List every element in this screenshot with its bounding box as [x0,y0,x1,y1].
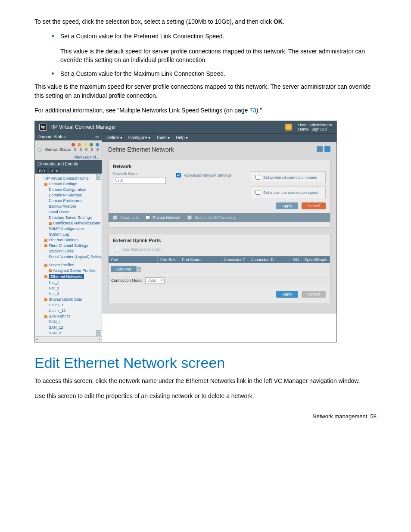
domain-status-body: ◯ Domain Status 0 0 0 0 0 [35,140,102,154]
alert-icon[interactable] [285,124,292,131]
th-port: Port [109,256,158,263]
nav-serial[interactable]: Serial Number (Logical) Settings [39,254,100,259]
nav-shared-uplink[interactable]: Shared Uplink Sets [39,296,100,302]
nav-uplink-11[interactable]: Uplink_11 [39,308,100,313]
nav-server-profiles[interactable]: Server Profiles [39,262,100,268]
network-panel: Network Network Name Advanced Network Se… [108,160,330,228]
uplink-panel: External Uplink Ports Use Shared Uplink … [108,234,330,303]
pref-speed-label: Set preferred connection speed [263,175,318,180]
nav-net-3[interactable]: Net_3 [39,291,100,296]
content-panel: Define Ethernet Network Network Network … [102,142,336,314]
nav-net-2[interactable]: Net_2 [39,285,100,291]
bullet-list-2: Set a Custom value for the Maximum Link … [52,69,377,78]
scroll-up-icon[interactable]: ▴ [96,174,101,180]
hp-logo-icon: hp [39,124,47,131]
status-minor-icon [84,143,87,146]
nav-san-1[interactable]: SAN_1 [39,319,100,324]
nav-ethernet-networks[interactable]: Ethernet Networks [39,273,100,280]
nav-directory[interactable]: Directory Server Settings [39,215,100,220]
user-info: User : Administrator Home | Sign Out [298,123,332,131]
addl-prefix: For additional information, see "Multipl… [34,107,249,114]
adv-settings-check[interactable]: Advanced Network Settings [174,171,242,179]
left-navigation: Domain Status ▭ ◯ Domain Status 0 0 0 [35,133,102,342]
nav-domain-config[interactable]: Domain Configuration [39,187,100,192]
content-title: Define Ethernet Network [108,146,174,153]
add-port-button[interactable]: Add Port [111,266,137,272]
tab-elements-icon[interactable]: ◧◨ [37,168,47,173]
nav-san-12[interactable]: SAN_12 [39,324,100,330]
addl-suffix: )." [256,107,262,114]
nav-domain-enclosures[interactable]: Domain Enclosures [39,198,100,203]
nav-domain-ip[interactable]: Domain IP Address [39,192,100,198]
max-speed-label: Set maximum connection speed [263,190,318,195]
footer-label: Network management [312,413,367,420]
tab-events-icon[interactable]: ◧◨ [50,168,59,173]
th-portstatus: Port Status [179,256,221,263]
post-text: This value is the maximum speed for serv… [34,82,377,100]
count-3: 0 [91,147,93,152]
private-net-checkbox[interactable] [146,215,150,220]
private-net-label: Private Network [153,215,181,220]
period: . [283,18,284,25]
nav-fibre-channel[interactable]: Fibre Channel Settings [39,243,100,248]
conn-mode-select[interactable]: Auto [145,277,165,283]
menu-configure[interactable]: Configure ▾ [128,135,150,140]
scroll-down-icon[interactable]: ▾ [96,330,101,336]
nav-certificates[interactable]: Certificates/Authentications [39,220,100,226]
nav-backup-restore[interactable]: Backup/Restore [39,203,100,209]
view-legend-link[interactable]: View Legend... [35,154,102,160]
nav-ethernet-settings[interactable]: Ethernet Settings [39,237,100,243]
th-connector: Connector T [221,256,248,263]
footer-page-number: 58 [371,413,377,420]
additional-info: For additional information, see "Multipl… [34,106,377,115]
use-shared-checkbox [115,247,119,252]
domain-status-header: Domain Status ▭ [35,133,102,140]
max-speed-checkbox[interactable] [255,190,260,195]
page-link[interactable]: 73 [249,107,256,114]
intro-text: To set the speed, click the selection bo… [34,18,274,25]
pref-speed-checkbox[interactable] [255,175,260,180]
cancel-button-2[interactable]: Cancel [302,291,326,298]
nav-ethernet-networks-label: Ethernet Networks [49,274,84,279]
nav-domain-settings[interactable]: Domain Settings [39,181,100,187]
apply-button-1[interactable]: Apply [276,202,298,209]
nav-assigned-profiles[interactable]: Assigned Server Profiles [39,268,100,273]
nav-san-a[interactable]: SAN_A [39,330,100,336]
connection-mode-row: Connection Mode: Auto [109,276,330,285]
nav-home[interactable]: HP Virtual Connect Home [39,175,100,181]
bullet-1-subtext: This value is the default speed for serv… [60,47,377,65]
nav-tree[interactable]: ▴ HP Virtual Connect Home Domain Setting… [35,174,102,336]
cancel-button-1[interactable]: Cancel [302,202,326,209]
smartlink-checkbox [113,215,117,220]
elements-title: Elements and Events [37,162,78,166]
nav-snmp[interactable]: SNMP Configuration [39,226,100,231]
home-signout-links[interactable]: Home | Sign Out [298,127,327,131]
adv-settings-checkbox[interactable] [176,173,181,177]
count-0: 0 [74,147,76,152]
nav-net-1[interactable]: Net_1 [39,280,100,285]
apply-button-2[interactable]: Apply [276,291,298,298]
print-icon[interactable] [317,146,323,152]
status-ok-icon [90,143,93,146]
add-port-dropdown-icon[interactable]: ▾ [136,267,141,272]
nav-hscroll[interactable]: ◂▸ [35,336,102,342]
use-shared-label: Use Shared Uplink Set [122,247,162,252]
elements-events-header: Elements and Events [35,160,102,168]
nav-uplink-1[interactable]: Uplink_1 [39,302,100,308]
nav-syslog[interactable]: System Log [39,231,100,237]
collapse-icon[interactable]: ▭ [95,134,99,139]
menu-tools[interactable]: Tools ▾ [156,135,170,140]
nav-local-users[interactable]: Local Users [39,209,100,215]
network-name-input[interactable] [113,177,166,184]
nav-san-fabrics[interactable]: SAN Fabrics [39,313,100,319]
help-icon[interactable] [324,146,330,152]
section-heading: Edit Ethernet Network screen [34,355,377,371]
domain-ok-icon: ◯ [37,147,42,152]
count-4: 0 [97,147,99,152]
menu-help[interactable]: Help ▾ [176,135,188,140]
bullet-list: Set a Custom value for the Preferred Lin… [52,32,377,40]
th-speed: Speed/Duple [302,256,330,263]
menu-define[interactable]: Define ▾ [106,135,122,140]
uplink-table-header: Port Port Role Port Status Connector T C… [109,256,330,263]
nav-stacking[interactable]: Stacking Links [39,248,100,254]
